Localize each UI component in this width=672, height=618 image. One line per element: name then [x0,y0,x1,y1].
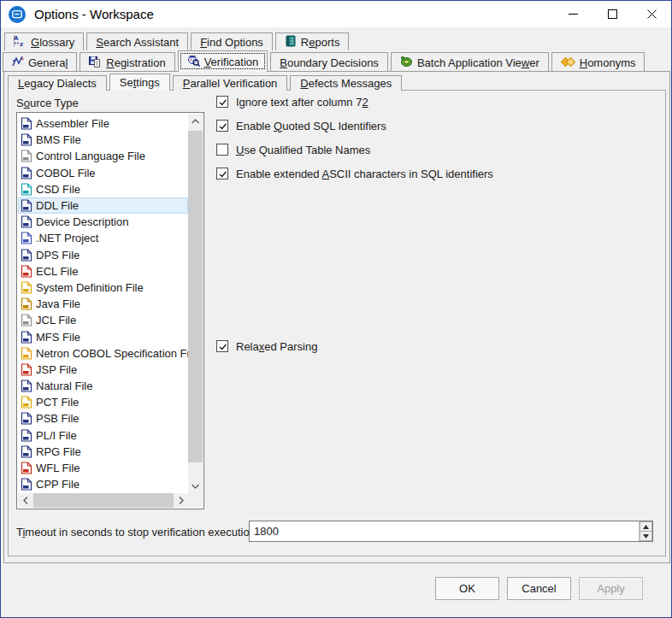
list-item[interactable]: WFL File [18,460,188,476]
reports-icon [285,35,297,50]
list-item-label: Control Language File [36,150,145,162]
tab-label: Parallel Verification [183,77,278,90]
cancel-button[interactable]: Cancel [507,577,571,600]
tab-label: Find Options [200,36,263,49]
window-title: Options - Workspace [34,7,154,21]
file-icon [21,167,32,180]
list-item-label: PCT File [36,396,79,409]
file-icon [21,314,32,327]
scroll-down-icon[interactable] [188,479,203,493]
tab-label: Batch Application Viewer [417,56,539,69]
list-item[interactable]: Control Language File [18,148,188,164]
scroll-up-icon[interactable] [188,114,203,128]
list-item[interactable]: JCL File [18,312,188,328]
file-icon [21,380,32,392]
list-item[interactable]: PL/I File [18,427,188,444]
list-item[interactable]: PSB File [18,410,188,427]
list-item[interactable]: DPS File [18,247,188,263]
timeout-spinner [639,521,652,541]
spinner-up-icon[interactable] [640,521,652,532]
batch-application-viewer-icon [400,56,413,70]
checkbox-label: Enable Quoted SQL Identifiers [236,120,386,132]
list-item[interactable]: Java File [18,296,188,312]
list-item-label: JSP File [36,363,77,376]
tab-label: Search Assistant [96,36,179,49]
list-item[interactable]: DDL File [18,197,188,214]
checkbox[interactable]: Relaxed Parsing [216,338,317,354]
tab-glossary[interactable]: Az Glossary [4,32,84,50]
verification-icon [187,55,200,69]
list-item-label: PSB File [36,412,80,425]
file-icon [21,429,32,442]
list-item[interactable]: RPG File [18,444,188,460]
checkbox[interactable]: Ignore text after column 72 [216,94,493,109]
ok-button[interactable]: OK [435,577,499,600]
checkbox-box [216,144,228,156]
list-item[interactable]: CPP File [18,476,188,492]
tab-label: Homonyms [580,56,636,69]
apply-button[interactable]: Apply [579,577,643,600]
homonyms-icon [561,56,575,70]
timeout-input[interactable] [250,521,639,541]
maximize-button[interactable] [592,1,632,27]
list-item[interactable]: Natural File [18,378,188,394]
spinner-down-icon[interactable] [640,532,652,541]
checkbox[interactable]: Enable Quoted SQL Identifiers [216,118,493,133]
checkbox[interactable]: Enable extended ASCII characters in SQL … [216,166,493,181]
list-item[interactable]: Assembler File [18,115,188,132]
tab-search-assistant[interactable]: Search Assistant [86,32,188,50]
file-icon [21,347,32,360]
tab-label: Defects Messages [300,77,392,90]
tab-defects-messages[interactable]: Defects Messages [290,75,402,91]
close-button[interactable] [632,1,671,27]
tab-legacy-dialects[interactable]: Legacy Dialects [8,75,107,91]
horizontal-scroll-thumb[interactable] [33,493,178,508]
tab-boundary-decisions[interactable]: Boundary Decisions [270,52,388,72]
scroll-right-icon[interactable] [174,493,188,508]
tab-find-options[interactable]: Find Options [191,32,273,50]
registration-icon [89,56,102,70]
tab-general[interactable]: General [3,52,77,72]
tab-homonyms[interactable]: Homonyms [551,52,645,72]
tab-verification[interactable]: Verification [178,50,268,72]
list-item[interactable]: CSD File [18,181,188,197]
tab-parallel-verification[interactable]: Parallel Verification [173,75,288,91]
list-item-label: Java File [36,297,80,310]
checkbox-box [216,96,228,108]
list-item-label: RPG File [36,445,81,458]
source-type-list: Assembler File BMS File [18,114,188,493]
minimize-button[interactable] [553,1,592,27]
list-item[interactable]: BMS File [18,132,188,148]
list-item[interactable]: PCT File [18,394,188,410]
checkbox-box [216,340,228,352]
list-item[interactable]: ECL File [18,263,188,280]
list-item[interactable]: .NET Project [18,230,188,246]
list-item[interactable]: Netron COBOL Specification Fra [18,345,188,362]
tab-reports[interactable]: Reports [275,32,350,50]
tab-row-1: Az Glossary Search Assistant Find Option… [4,32,351,50]
options-dialog: Options - Workspace Az Glossary Search A… [0,0,672,618]
list-item[interactable]: COBOL File [18,165,188,181]
list-item-label: BMS File [36,133,81,146]
list-item[interactable]: System Definition File [18,280,188,296]
vertical-scrollbar[interactable] [188,114,203,493]
file-icon [21,232,32,244]
tab-label: General [28,56,68,69]
list-item[interactable]: MFS File [18,328,188,344]
source-type-listbox: Assembler File BMS File [16,112,204,509]
file-icon [21,183,32,196]
file-icon [21,297,32,310]
titlebar: Options - Workspace [1,1,671,27]
list-item[interactable]: JSP File [18,362,188,378]
checkbox-box [216,168,228,180]
checkbox[interactable]: Use Qualified Table Names [216,142,493,157]
tab-settings[interactable]: Settings [109,74,170,91]
tab-batch-application-viewer[interactable]: Batch Application Viewer [391,52,549,72]
list-item-label: DPS File [36,249,80,262]
tab-registration[interactable]: Registration [80,52,174,72]
vertical-scroll-thumb[interactable] [188,131,203,462]
list-item-label: COBOL File [36,167,96,180]
list-item[interactable]: Device Description [18,214,188,230]
scroll-left-icon[interactable] [18,493,32,508]
horizontal-scrollbar[interactable] [18,493,188,508]
